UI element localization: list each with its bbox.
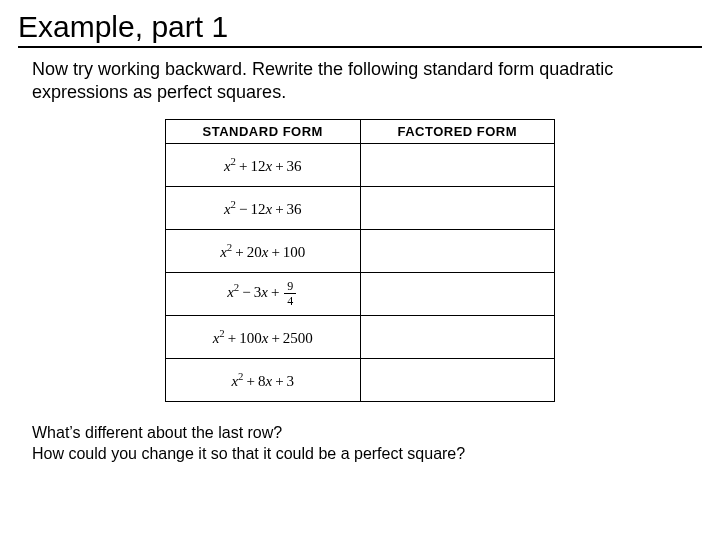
standard-cell: x2+12x+36 (166, 143, 361, 186)
standard-cell: x2+20x+100 (166, 229, 361, 272)
intro-text: Now try working backward. Rewrite the fo… (32, 58, 692, 105)
factored-cell (360, 186, 555, 229)
standard-cell: x2−3x+94 (166, 272, 361, 315)
header-factored: FACTORED FORM (360, 119, 555, 143)
table-row: x2+20x+100 (166, 229, 555, 272)
expression-table: STANDARD FORM FACTORED FORM x2+12x+36 x2… (165, 119, 555, 402)
standard-cell: x2+100x+2500 (166, 315, 361, 358)
fraction: 94 (284, 280, 296, 307)
table-row: x2+12x+36 (166, 143, 555, 186)
factored-cell (360, 358, 555, 401)
expression: x2+20x+100 (220, 244, 305, 260)
table-header-row: STANDARD FORM FACTORED FORM (166, 119, 555, 143)
expression: x2−3x+94 (227, 284, 298, 300)
outro-line-1: What’s different about the last row? (32, 422, 702, 444)
factored-cell (360, 272, 555, 315)
table-row: x2+100x+2500 (166, 315, 555, 358)
expression: x2−12x+36 (224, 201, 302, 217)
factored-cell (360, 229, 555, 272)
slide: Example, part 1 Now try working backward… (0, 0, 720, 465)
expression: x2+8x+3 (231, 373, 294, 389)
factored-cell (360, 143, 555, 186)
page-title: Example, part 1 (18, 10, 702, 48)
table-row: x2−3x+94 (166, 272, 555, 315)
outro-line-2: How could you change it so that it could… (32, 443, 702, 465)
header-standard: STANDARD FORM (166, 119, 361, 143)
expression: x2+12x+36 (224, 158, 302, 174)
outro-text: What’s different about the last row? How… (32, 422, 702, 465)
expression: x2+100x+2500 (213, 330, 313, 346)
table-row: x2−12x+36 (166, 186, 555, 229)
table-container: STANDARD FORM FACTORED FORM x2+12x+36 x2… (18, 119, 702, 402)
factored-cell (360, 315, 555, 358)
standard-cell: x2+8x+3 (166, 358, 361, 401)
table-row: x2+8x+3 (166, 358, 555, 401)
standard-cell: x2−12x+36 (166, 186, 361, 229)
